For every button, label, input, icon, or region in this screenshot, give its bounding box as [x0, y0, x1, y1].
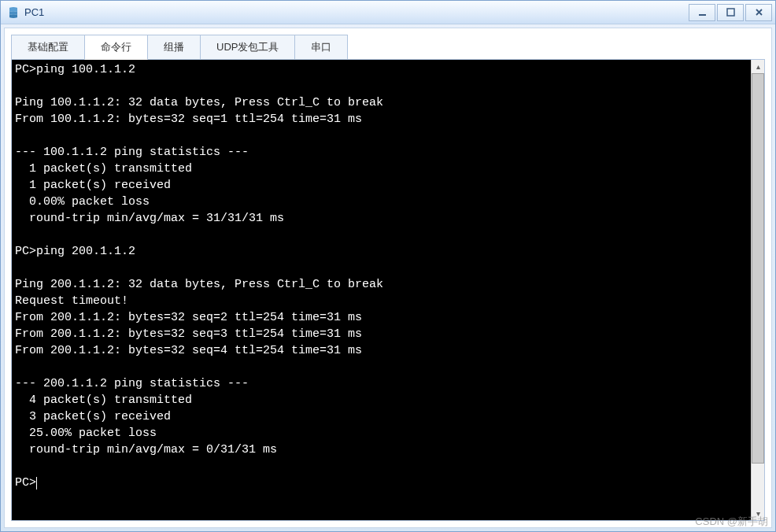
titlebar: PC1 — [1, 1, 775, 24]
close-button[interactable] — [745, 4, 772, 21]
tab-serial[interactable]: 串口 — [294, 35, 348, 59]
scrollbar-thumb[interactable] — [752, 73, 764, 464]
svg-rect-1 — [727, 9, 734, 16]
scrollbar-track[interactable] — [752, 73, 764, 507]
app-icon — [7, 6, 20, 19]
terminal-wrapper: PC>ping 100.1.1.2 Ping 100.1.1.2: 32 dat… — [11, 60, 765, 521]
scrollbar[interactable]: ▴ ▾ — [751, 60, 764, 520]
scrollbar-down-arrow[interactable]: ▾ — [752, 507, 764, 520]
scrollbar-up-arrow[interactable]: ▴ — [752, 60, 764, 73]
tab-command-line[interactable]: 命令行 — [84, 35, 148, 60]
minimize-button[interactable] — [689, 4, 715, 21]
app-window: PC1 基础配置 命令行 组播 UDP发包工具 串口 PC>ping 100.1… — [0, 0, 776, 532]
terminal[interactable]: PC>ping 100.1.1.2 Ping 100.1.1.2: 32 dat… — [12, 60, 751, 520]
window-controls — [687, 4, 772, 21]
svg-rect-0 — [699, 14, 706, 16]
maximize-button[interactable] — [717, 4, 744, 21]
window-title: PC1 — [24, 6, 687, 18]
tab-udp-tool[interactable]: UDP发包工具 — [200, 35, 295, 59]
tab-bar: 基础配置 命令行 组播 UDP发包工具 串口 — [11, 35, 765, 60]
tab-basic-config[interactable]: 基础配置 — [11, 35, 85, 59]
tab-multicast[interactable]: 组播 — [147, 35, 201, 59]
content-area: 基础配置 命令行 组播 UDP发包工具 串口 PC>ping 100.1.1.2… — [4, 28, 772, 528]
